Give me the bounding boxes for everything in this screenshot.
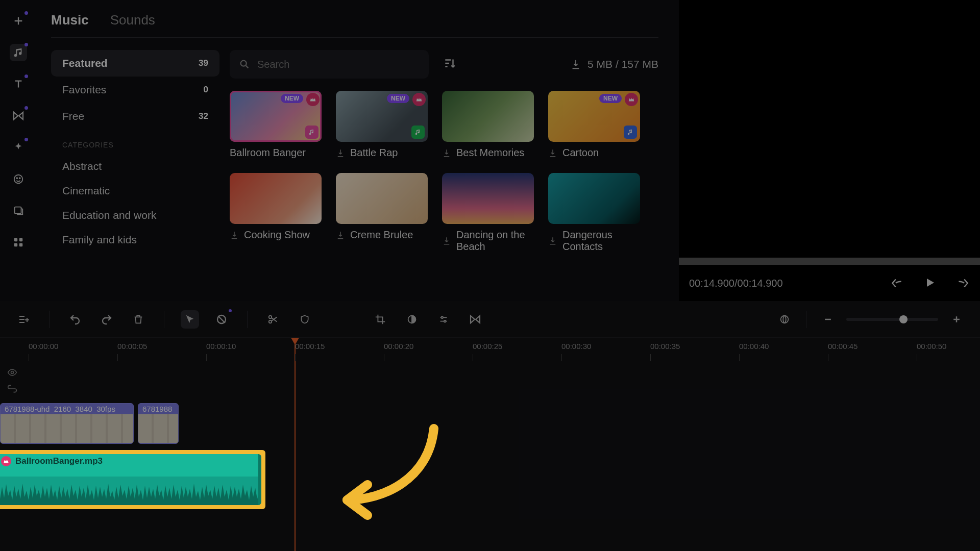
zoom-out-button[interactable] bbox=[819, 310, 837, 329]
tab-sounds[interactable]: Sounds bbox=[110, 12, 155, 28]
track-card[interactable]: NEWBallroom Banger bbox=[230, 91, 322, 159]
tab-music[interactable]: Music bbox=[51, 12, 89, 28]
music-library-panel: Music Sounds Featured39Favorites0Free32 … bbox=[37, 0, 679, 301]
crown-icon bbox=[1, 456, 11, 466]
track-grid: NEWBallroom BangerNEWBattle RapBest Memo… bbox=[230, 88, 658, 253]
track-card[interactable]: Best Memories bbox=[442, 91, 534, 159]
adjust-button[interactable] bbox=[434, 310, 453, 329]
track-card[interactable]: NEWCartoon bbox=[548, 91, 640, 159]
preview-timecode: 00:14.900/00:14.900 bbox=[689, 278, 783, 289]
stickers-icon[interactable] bbox=[10, 170, 27, 188]
playlist-free[interactable]: Free32 bbox=[51, 103, 219, 130]
prev-frame-button[interactable] bbox=[890, 277, 903, 290]
new-badge: NEW bbox=[281, 94, 303, 103]
visibility-icon[interactable] bbox=[7, 367, 17, 378]
crop-button[interactable] bbox=[371, 310, 389, 329]
ruler-tick: 00:00:05 bbox=[117, 342, 147, 350]
track-title: Creme Brulee bbox=[350, 229, 413, 241]
new-badge: NEW bbox=[387, 94, 409, 103]
motion-button[interactable] bbox=[775, 310, 794, 329]
track-card[interactable]: Dangerous Contacts bbox=[548, 173, 640, 253]
transitions-icon[interactable] bbox=[10, 107, 27, 124]
track-card[interactable]: NEWBattle Rap bbox=[336, 91, 428, 159]
category-item[interactable]: Education and work bbox=[51, 203, 219, 228]
link-button[interactable] bbox=[466, 310, 484, 329]
library-tabs: Music Sounds bbox=[51, 12, 658, 38]
color-button[interactable] bbox=[403, 310, 421, 329]
ruler-tick: 00:00:20 bbox=[384, 342, 413, 350]
play-button[interactable] bbox=[924, 277, 936, 290]
music-library-icon[interactable] bbox=[10, 44, 27, 61]
playlist-featured[interactable]: Featured39 bbox=[51, 50, 219, 77]
zoom-in-button[interactable] bbox=[947, 310, 966, 329]
playlist-count: 32 bbox=[199, 111, 208, 121]
track-thumbnail[interactable]: NEW bbox=[336, 91, 428, 142]
svg-point-13 bbox=[441, 316, 443, 318]
zoom-slider[interactable] bbox=[846, 318, 938, 321]
svg-point-0 bbox=[14, 175, 23, 184]
apps-icon[interactable] bbox=[10, 234, 27, 251]
download-icon bbox=[548, 148, 557, 158]
category-item[interactable]: Abstract bbox=[51, 154, 219, 179]
left-tool-rail bbox=[0, 0, 37, 301]
next-frame-button[interactable] bbox=[957, 277, 970, 290]
svg-point-2 bbox=[19, 178, 20, 179]
track-thumbnail[interactable] bbox=[548, 173, 640, 224]
track-thumbnail[interactable] bbox=[442, 91, 534, 142]
playlist-favorites[interactable]: Favorites0 bbox=[51, 77, 219, 103]
ruler-tick: 00:00:30 bbox=[561, 342, 591, 350]
music-note-icon bbox=[411, 126, 425, 139]
svg-point-1 bbox=[16, 178, 17, 179]
video-clip[interactable]: 6781988-uhd_2160_3840_30fps bbox=[0, 403, 134, 444]
playhead[interactable] bbox=[295, 338, 296, 551]
split-button[interactable] bbox=[264, 310, 282, 329]
track-thumbnail[interactable]: NEW bbox=[230, 91, 322, 142]
video-clip[interactable]: 6781988 bbox=[138, 403, 179, 444]
svg-point-14 bbox=[444, 320, 446, 322]
track-thumbnail[interactable]: NEW bbox=[548, 91, 640, 142]
svg-rect-3 bbox=[15, 207, 21, 214]
new-badge: NEW bbox=[599, 94, 622, 103]
playlist-count: 39 bbox=[199, 58, 208, 68]
search-input[interactable] bbox=[257, 59, 420, 70]
download-icon bbox=[336, 148, 345, 158]
sort-icon[interactable] bbox=[443, 57, 458, 72]
music-note-icon bbox=[305, 126, 318, 139]
playlist-label: Free bbox=[62, 110, 84, 122]
download-icon bbox=[442, 148, 451, 158]
audio-clip[interactable]: BallroomBanger.mp3 bbox=[0, 454, 261, 505]
search-field[interactable] bbox=[230, 50, 429, 79]
track-thumbnail[interactable] bbox=[442, 173, 534, 224]
waveform-icon bbox=[0, 477, 261, 505]
download-icon bbox=[570, 59, 581, 70]
undo-button[interactable] bbox=[66, 310, 84, 329]
add-track-button[interactable] bbox=[14, 310, 33, 329]
download-icon bbox=[230, 231, 239, 240]
category-item[interactable]: Cinematic bbox=[51, 179, 219, 203]
track-title: Cartoon bbox=[562, 147, 599, 159]
track-card[interactable]: Dancing on the Beach bbox=[442, 173, 534, 253]
track-thumbnail[interactable] bbox=[230, 173, 322, 224]
elements-icon[interactable] bbox=[10, 202, 27, 219]
track-thumbnail[interactable] bbox=[336, 173, 428, 224]
track-card[interactable]: Creme Brulee bbox=[336, 173, 428, 253]
add-media-icon[interactable] bbox=[10, 12, 27, 30]
delete-button[interactable] bbox=[129, 310, 148, 329]
redo-button[interactable] bbox=[97, 310, 116, 329]
ruler-tick: 00:00:00 bbox=[29, 342, 58, 350]
svg-point-16 bbox=[11, 371, 14, 374]
ruler-tick: 00:00:35 bbox=[650, 342, 680, 350]
select-tool-button[interactable] bbox=[181, 310, 199, 329]
shield-button[interactable] bbox=[296, 310, 314, 329]
video-clip-label: 6781988-uhd_2160_3840_30fps bbox=[1, 404, 133, 414]
snap-toggle-button[interactable] bbox=[212, 310, 231, 329]
timeline-ruler[interactable]: 00:00:0000:00:0500:00:1000:00:1500:00:20… bbox=[0, 338, 980, 364]
playlist-count: 0 bbox=[204, 85, 208, 95]
audio-clip-filename: BallroomBanger.mp3 bbox=[15, 456, 103, 466]
track-card[interactable]: Cooking Show bbox=[230, 173, 322, 253]
link-track-icon[interactable] bbox=[7, 384, 17, 394]
preview-scrubber[interactable] bbox=[679, 258, 980, 265]
effects-icon[interactable] bbox=[10, 139, 27, 156]
text-tool-icon[interactable] bbox=[10, 76, 27, 93]
category-item[interactable]: Family and kids bbox=[51, 228, 219, 252]
